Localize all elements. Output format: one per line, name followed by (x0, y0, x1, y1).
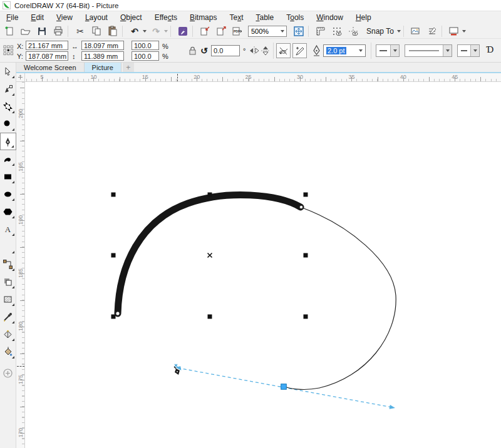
scale-vertical-field[interactable]: 100.0 (132, 51, 159, 61)
toolbar-separator (403, 26, 404, 37)
print-button[interactable] (51, 24, 65, 38)
text-wrap-icon[interactable]: Ɗ (486, 44, 493, 55)
search-content-button[interactable] (176, 24, 190, 38)
curve-joint-node[interactable] (299, 205, 302, 208)
freehand-smoothing-button[interactable] (276, 43, 291, 58)
paste-button[interactable] (106, 24, 120, 38)
menu-bitmaps[interactable]: Bitmaps (183, 11, 223, 24)
mirror-horizontal-button[interactable] (249, 46, 259, 56)
pick-tool[interactable] (0, 63, 16, 80)
publish-pdf-button[interactable]: PDF (230, 24, 244, 38)
selection-handle[interactable] (208, 315, 212, 319)
menu-edit[interactable]: Edit (24, 11, 50, 24)
vertical-ruler[interactable]: 200195190185180175170 (16, 82, 25, 448)
object-height-icon: ↕ (72, 51, 76, 61)
bezier-tool[interactable] (0, 133, 16, 150)
show-guidelines-button[interactable] (346, 24, 360, 38)
menu-window[interactable]: Window (310, 11, 349, 24)
lock-ratio-icon[interactable] (188, 46, 197, 56)
menu-file[interactable]: File (0, 11, 24, 24)
horizontal-ruler[interactable]: 51015202530354045 (25, 73, 501, 82)
artistic-media-tool[interactable] (0, 150, 16, 168)
ellipse-tool[interactable] (0, 185, 16, 203)
open-button[interactable] (19, 24, 33, 38)
arrowhead-start-select[interactable] (376, 44, 400, 57)
toolbox: A (0, 63, 16, 448)
coreldraw-window: CorelDRAW X7 (64-Bit) - Picture FileEdit… (0, 0, 501, 448)
control-handle-arrow-end[interactable] (390, 405, 395, 409)
zoom-level-select[interactable]: 500% (248, 26, 287, 37)
undo-button[interactable]: ↶ (128, 24, 142, 38)
menu-table[interactable]: Table (250, 11, 281, 24)
interactive-fill-tool[interactable] (0, 325, 16, 343)
selection-handle[interactable] (304, 315, 308, 319)
menu-view[interactable]: View (50, 11, 79, 24)
copy-button[interactable] (90, 24, 103, 38)
object-origin-icon[interactable] (3, 45, 14, 56)
active-node[interactable] (281, 384, 287, 390)
options-button[interactable] (409, 24, 423, 38)
save-button[interactable] (35, 24, 49, 38)
cut-button[interactable]: ✂ (73, 24, 87, 38)
parallel-dimension-tool[interactable] (0, 238, 16, 255)
snap-to-dropdown[interactable]: Snap To (366, 27, 401, 36)
selection-handle[interactable] (208, 193, 212, 197)
scale-horizontal-field[interactable]: 100.0 (132, 41, 159, 50)
menu-effects[interactable]: Effects (148, 11, 183, 24)
tab-welcome-screen[interactable]: Welcome Screen (16, 63, 85, 72)
ruler-origin-button[interactable] (16, 73, 25, 82)
menu-help[interactable]: Help (349, 11, 378, 24)
x-position-field[interactable]: 21.167 mm (26, 41, 68, 50)
selection-handle[interactable] (304, 253, 308, 258)
new-tab-button[interactable]: + (123, 63, 134, 72)
smart-fill-tool[interactable] (0, 343, 16, 360)
crop-tool[interactable] (0, 98, 16, 115)
show-grid-button[interactable] (330, 24, 344, 38)
quick-customize-button[interactable] (0, 364, 16, 382)
undo-dropdown-caret[interactable] (143, 30, 147, 33)
transparency-tool[interactable] (0, 290, 16, 308)
color-eyedropper-tool[interactable] (0, 308, 16, 325)
redo-button[interactable]: ↷ (149, 24, 163, 38)
export-button[interactable] (214, 24, 228, 38)
menu-object[interactable]: Object (114, 11, 148, 24)
fullscreen-preview-button[interactable] (292, 24, 306, 38)
mirror-vertical-button[interactable] (261, 46, 271, 56)
drawing-canvas[interactable] (25, 82, 501, 448)
selection-handle[interactable] (304, 193, 308, 197)
selection-handle[interactable] (111, 193, 116, 197)
import-button[interactable] (198, 24, 212, 38)
selection-handle[interactable] (111, 315, 116, 319)
edit-curve-button[interactable] (292, 43, 307, 58)
object-width-field[interactable]: 18.097 mm (81, 41, 124, 50)
customization-button[interactable] (425, 24, 439, 38)
menu-layout[interactable]: Layout (79, 11, 114, 24)
polygon-tool[interactable] (0, 203, 16, 220)
arrowhead-end-select[interactable] (457, 44, 480, 57)
new-document-button[interactable] (3, 24, 16, 38)
selection-handle[interactable] (111, 253, 116, 258)
application-launcher-button[interactable] (447, 24, 461, 38)
outline-width-select[interactable]: 2.0 pt (323, 44, 366, 57)
y-position-field[interactable]: 187.087 mm (26, 51, 68, 61)
tab-picture[interactable]: Picture (85, 63, 121, 72)
show-rulers-button[interactable] (314, 24, 328, 38)
curve-start-node[interactable] (116, 312, 120, 315)
connector-tool[interactable] (0, 255, 16, 273)
line-style-select[interactable] (405, 44, 452, 57)
rectangle-tool[interactable] (0, 168, 16, 185)
redo-dropdown-caret[interactable] (164, 30, 168, 33)
application-launcher-caret[interactable] (462, 30, 466, 33)
zoom-tool[interactable] (0, 115, 16, 133)
menu-tools[interactable]: Tools (280, 11, 310, 24)
menu-text[interactable]: Text (223, 11, 249, 24)
thin-curve-segment[interactable] (285, 207, 396, 389)
shape-tool[interactable] (0, 80, 16, 98)
rotation-angle-field[interactable]: 0.0 (211, 45, 240, 56)
rotation-center-marker[interactable] (208, 253, 212, 258)
object-height-field[interactable]: 11.389 mm (81, 51, 124, 61)
hruler-number: 35 (348, 74, 354, 80)
hruler-number: 30 (297, 74, 303, 80)
text-tool[interactable]: A (0, 220, 16, 238)
drop-shadow-tool[interactable] (0, 273, 16, 290)
